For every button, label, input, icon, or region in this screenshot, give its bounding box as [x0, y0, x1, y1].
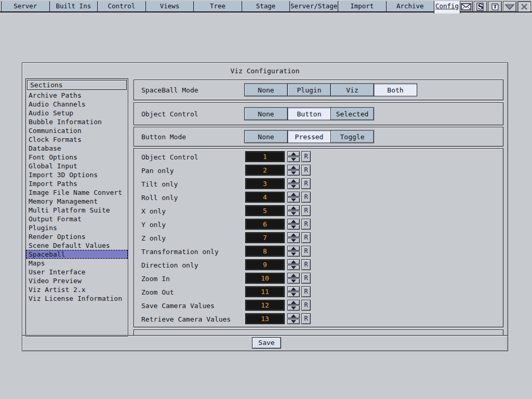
object-control-option-none[interactable]: None: [244, 108, 288, 121]
tab-control[interactable]: Control: [97, 1, 145, 11]
sidebar-item-video-preview[interactable]: Video Preview: [26, 276, 128, 285]
sidebar-item-viz-license-information[interactable]: Viz License Information: [26, 294, 128, 303]
script-icon[interactable]: S: [474, 1, 487, 12]
object-control-option-button[interactable]: Button: [287, 108, 331, 121]
spinner-up-icon[interactable]: [287, 151, 300, 156]
spaceball-mode-option-both[interactable]: Both: [374, 84, 417, 97]
spinner-down-icon[interactable]: [287, 238, 300, 243]
spinner-up-icon[interactable]: [287, 178, 300, 183]
spinner-up-icon[interactable]: [287, 259, 300, 264]
spinner-down-icon[interactable]: [287, 251, 300, 257]
sidebar-item-communication[interactable]: Communication: [26, 126, 128, 135]
sidebar-item-import-paths[interactable]: Import Paths: [26, 179, 128, 188]
spaceball-mode-option-none[interactable]: None: [244, 84, 288, 97]
reset-button[interactable]: R: [301, 313, 311, 324]
tab-server-stage[interactable]: Server/Stage: [289, 1, 338, 11]
mapping-value-field[interactable]: 9: [245, 259, 285, 270]
spinner-up-icon[interactable]: [287, 286, 300, 291]
sidebar-item-scene-default-values[interactable]: Scene Default Values: [26, 241, 128, 250]
reset-button[interactable]: R: [301, 178, 311, 189]
tab-views[interactable]: Views: [145, 1, 194, 11]
spinner-up-icon[interactable]: [287, 205, 300, 210]
reset-button[interactable]: R: [301, 232, 311, 243]
mapping-value-field[interactable]: 7: [245, 232, 285, 243]
button-mode-option-toggle[interactable]: Toggle: [330, 130, 374, 143]
button-mode-option-none[interactable]: None: [244, 130, 288, 143]
reset-button[interactable]: R: [301, 192, 311, 203]
spinner-up-icon[interactable]: [287, 192, 300, 197]
button-mode-option-pressed[interactable]: Pressed: [287, 130, 331, 143]
spinner-down-icon[interactable]: [287, 157, 300, 162]
tab-tree[interactable]: Tree: [193, 1, 242, 11]
reset-button[interactable]: R: [301, 165, 311, 176]
spinner-down-icon[interactable]: [287, 170, 300, 176]
mapping-value-field[interactable]: 1: [245, 151, 285, 162]
spinner-down-icon[interactable]: [287, 224, 300, 230]
spinner-down-icon[interactable]: [287, 265, 300, 270]
sidebar-item-audio-channels[interactable]: Audio Channels: [26, 100, 128, 109]
sidebar-item-plugins[interactable]: Plugins: [26, 223, 128, 232]
sidebar-item-user-interface[interactable]: User Interface: [26, 268, 128, 276]
spinner-up-icon[interactable]: [287, 273, 300, 278]
tab-import[interactable]: Import: [338, 1, 386, 11]
close-icon[interactable]: [517, 1, 531, 12]
object-control-option-selected[interactable]: Selected: [330, 108, 374, 121]
spinner-up-icon[interactable]: [287, 300, 300, 305]
spinner-down-icon[interactable]: [287, 319, 300, 324]
mapping-value-field[interactable]: 10: [245, 273, 285, 284]
sidebar-item-font-options[interactable]: Font Options: [26, 153, 128, 162]
tab-built-ins[interactable]: Built Ins: [49, 1, 98, 11]
document-icon[interactable]: T: [488, 1, 502, 12]
spaceball-mode-option-viz[interactable]: Viz: [330, 84, 374, 97]
tab-config[interactable]: Config: [434, 1, 460, 14]
mapping-value-field[interactable]: 12: [245, 300, 285, 311]
mapping-value-field[interactable]: 6: [245, 219, 285, 230]
sidebar-item-database[interactable]: Database: [26, 144, 128, 153]
mapping-value-field[interactable]: 3: [245, 178, 285, 189]
sidebar-item-spaceball[interactable]: Spaceball: [26, 250, 128, 259]
spinner-up-icon[interactable]: [287, 313, 300, 318]
dropdown-icon[interactable]: [503, 1, 516, 12]
sidebar-item-audio-setup[interactable]: Audio Setup: [26, 109, 128, 117]
mapping-value-field[interactable]: 13: [245, 313, 285, 324]
spinner-up-icon[interactable]: [287, 232, 300, 237]
mapping-value-field[interactable]: 4: [245, 192, 285, 203]
reset-button[interactable]: R: [301, 246, 311, 257]
reset-button[interactable]: R: [301, 300, 311, 311]
reset-button[interactable]: R: [301, 286, 311, 297]
mapping-value-field[interactable]: 8: [245, 246, 285, 257]
mapping-value-field[interactable]: 5: [245, 205, 285, 216]
tab-stage[interactable]: Stage: [242, 1, 290, 11]
spinner-down-icon[interactable]: [287, 197, 300, 203]
reset-button[interactable]: R: [301, 259, 311, 270]
spinner-down-icon[interactable]: [287, 292, 300, 297]
save-button[interactable]: Save: [252, 337, 281, 349]
spaceball-mode-option-plugin[interactable]: Plugin: [287, 84, 331, 97]
sidebar-item-multi-platform-suite[interactable]: Multi Platform Suite: [26, 206, 128, 215]
tab-archive[interactable]: Archive: [386, 1, 434, 11]
spinner-up-icon[interactable]: [287, 246, 300, 251]
sidebar-item-bubble-information[interactable]: Bubble Information: [26, 117, 128, 126]
spinner-down-icon[interactable]: [287, 184, 300, 189]
spinner-up-icon[interactable]: [287, 219, 300, 224]
tab-server[interactable]: Server: [1, 1, 49, 11]
sidebar-item-memory-management[interactable]: Memory Management: [26, 197, 128, 206]
sidebar-item-import-3d-options[interactable]: Import 3D Options: [26, 170, 128, 179]
reset-button[interactable]: R: [301, 273, 311, 284]
spinner-up-icon[interactable]: [287, 165, 300, 170]
sidebar-item-image-file-name-convert[interactable]: Image File Name Convert: [26, 188, 128, 197]
sidebar-item-output-format[interactable]: Output Format: [26, 215, 128, 223]
spinner-down-icon[interactable]: [287, 305, 300, 311]
sidebar-item-maps[interactable]: Maps: [26, 259, 128, 268]
mail-icon[interactable]: [459, 1, 473, 12]
sidebar-item-clock-formats[interactable]: Clock Formats: [26, 135, 128, 144]
spinner-down-icon[interactable]: [287, 278, 300, 284]
spinner-down-icon[interactable]: [287, 211, 300, 216]
reset-button[interactable]: R: [301, 219, 311, 230]
sidebar-item-viz-artist-2-x[interactable]: Viz Artist 2.x: [26, 285, 128, 294]
sidebar-item-render-options[interactable]: Render Options: [26, 232, 128, 241]
mapping-value-field[interactable]: 11: [245, 286, 285, 297]
reset-button[interactable]: R: [301, 205, 311, 216]
sidebar-item-global-input[interactable]: Global Input: [26, 162, 128, 170]
mapping-value-field[interactable]: 2: [245, 165, 285, 176]
